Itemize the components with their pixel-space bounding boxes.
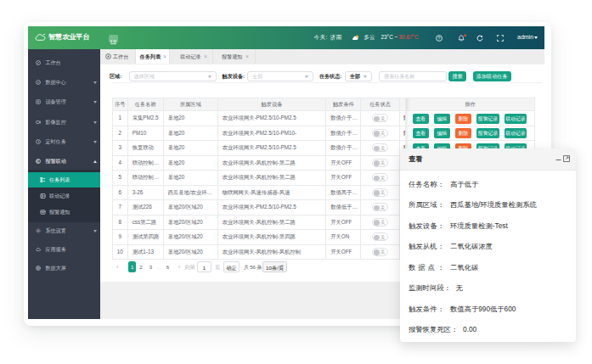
svg-text:?: ? (438, 36, 441, 41)
